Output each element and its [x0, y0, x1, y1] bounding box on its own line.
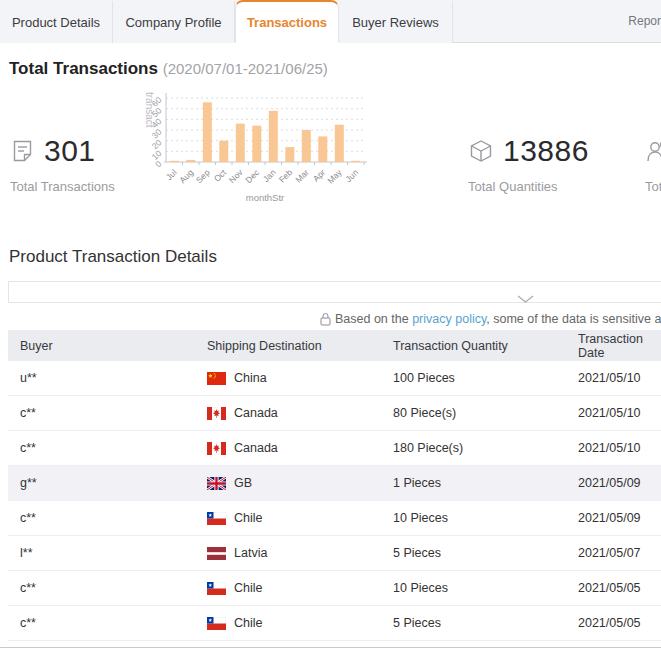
table-row: g**GB1 Pieces2021/05/09 — [8, 466, 661, 501]
svg-text:Feb: Feb — [277, 167, 295, 185]
summary-row: 301 Total Transactions transact010203040… — [0, 84, 661, 242]
heading-text: Total Transactions — [9, 59, 158, 78]
transactions-table: Buyer Shipping Destination Transaction Q… — [8, 330, 661, 641]
privacy-notice: Based on the privacy policy, some of the… — [320, 311, 661, 327]
total-transactions-value: 301 — [44, 134, 96, 168]
svg-text:Nov: Nov — [227, 167, 245, 185]
shipping-destination-cell: China — [195, 371, 381, 385]
flag-gb-icon — [207, 477, 226, 490]
buyer-cell: c** — [8, 406, 195, 420]
stat-total-quantities: 13886 Total Quantities — [468, 132, 589, 194]
table-header-row: Buyer Shipping Destination Transaction Q… — [8, 330, 661, 361]
buyer-cell: c** — [8, 441, 195, 455]
svg-text:Apr: Apr — [311, 167, 328, 184]
date-range: (2020/07/01-2021/06/25) — [163, 60, 328, 77]
table-row: c**Chile10 Pieces2021/05/05 — [8, 571, 661, 606]
svg-text:Dec: Dec — [243, 167, 261, 185]
tab-bar: Product Details Company Profile Transact… — [0, 0, 661, 43]
product-transaction-details-heading: Product Transaction Details — [9, 247, 217, 267]
svg-text:Jun: Jun — [343, 167, 360, 184]
total-quantities-value: 13886 — [503, 134, 589, 168]
shipping-destination-cell: Chile — [195, 511, 381, 525]
buyer-cell: g** — [8, 476, 195, 490]
report-link[interactable]: Repor — [628, 14, 661, 28]
shipping-destination-cell: Chile — [195, 616, 381, 630]
privacy-prefix: Based on the — [335, 312, 412, 326]
header-shipping-destination: Shipping Destination — [195, 339, 381, 353]
table-row: u**China100 Pieces2021/05/10 — [8, 361, 661, 396]
table-row: l**Latvia5 Pieces2021/05/07 — [8, 536, 661, 571]
svg-text:monthStr: monthStr — [246, 192, 285, 203]
svg-text:Jul: Jul — [164, 167, 179, 182]
shipping-destination-cell: GB — [195, 476, 381, 490]
transactions-page: Product Details Company Profile Transact… — [0, 0, 661, 661]
country-label: Canada — [234, 441, 278, 455]
privacy-text: Based on the privacy policy, some of the… — [335, 312, 661, 326]
country-label: Chile — [234, 581, 263, 595]
stat-total-buyers-clipped: Tot — [645, 132, 661, 194]
privacy-suffix: , some of the data is sensitive and c — [486, 312, 661, 326]
tab-label: Product Details — [12, 15, 100, 30]
flag-lv-icon — [207, 547, 226, 560]
transaction-date-cell: 2021/05/07 — [566, 546, 661, 560]
country-label: Canada — [234, 406, 278, 420]
country-label: GB — [234, 476, 252, 490]
buyer-cell: u** — [8, 371, 195, 385]
table-row: c**Canada80 Piece(s)2021/05/10 — [8, 396, 661, 431]
transaction-date-cell: 2021/05/09 — [566, 476, 661, 490]
tab-buyer-reviews[interactable]: Buyer Reviews — [339, 0, 453, 43]
tab-transactions[interactable]: Transactions — [235, 0, 339, 43]
total-quantities-label: Total Quantities — [468, 179, 589, 194]
shipping-destination-cell: Chile — [195, 581, 381, 595]
transaction-date-cell: 2021/05/10 — [566, 406, 661, 420]
transaction-date-cell: 2021/05/05 — [566, 581, 661, 595]
table-body: u**China100 Pieces2021/05/10c**Canada80 … — [8, 361, 661, 641]
svg-text:May: May — [325, 167, 344, 186]
transaction-date-cell: 2021/05/10 — [566, 441, 661, 455]
tab-product-details[interactable]: Product Details — [0, 0, 113, 43]
shipping-destination-cell: Canada — [195, 406, 381, 420]
buyer-cell: c** — [8, 616, 195, 630]
table-row: c**Canada180 Piece(s)2021/05/10 — [8, 431, 661, 466]
country-label: Chile — [234, 511, 263, 525]
buyer-cell: c** — [8, 511, 195, 525]
flag-ca-icon — [207, 407, 226, 420]
buyer-person-icon — [645, 138, 661, 164]
transaction-quantity-cell: 1 Pieces — [381, 476, 566, 490]
svg-text:Sep: Sep — [194, 167, 212, 185]
total-transactions-label: Total Transactions — [10, 179, 115, 194]
total-transactions-heading: Total Transactions (2020/07/01-2021/06/2… — [9, 59, 328, 79]
flag-ca-icon — [207, 442, 226, 455]
country-label: Chile — [234, 616, 263, 630]
filter-expander[interactable] — [8, 281, 661, 303]
table-row: c**Chile10 Pieces2021/05/09 — [8, 501, 661, 536]
document-icon — [10, 138, 35, 164]
flag-cl-icon — [207, 512, 226, 525]
transaction-quantity-cell: 100 Pieces — [381, 371, 566, 385]
tab-label: Buyer Reviews — [352, 15, 439, 30]
tab-company-profile[interactable]: Company Profile — [113, 0, 235, 43]
transaction-quantity-cell: 5 Pieces — [381, 616, 566, 630]
bottom-divider — [0, 647, 661, 648]
header-transaction-quantity: Transaction Quantity — [381, 339, 566, 353]
chevron-down-icon — [517, 289, 534, 307]
svg-text:Mar: Mar — [293, 167, 311, 185]
transaction-date-cell: 2021/05/10 — [566, 371, 661, 385]
shipping-destination-cell: Latvia — [195, 546, 381, 560]
transaction-quantity-cell: 10 Pieces — [381, 511, 566, 525]
country-label: Latvia — [234, 546, 267, 560]
transaction-date-cell: 2021/05/09 — [566, 511, 661, 525]
flag-cl-icon — [207, 582, 226, 595]
privacy-policy-link[interactable]: privacy policy — [412, 312, 486, 326]
transaction-quantity-cell: 80 Piece(s) — [381, 406, 566, 420]
transaction-quantity-cell: 5 Pieces — [381, 546, 566, 560]
tab-label: Company Profile — [125, 15, 221, 30]
stat-total-transactions: 301 Total Transactions — [10, 132, 115, 194]
transaction-quantity-cell: 10 Pieces — [381, 581, 566, 595]
header-buyer: Buyer — [8, 339, 195, 353]
svg-text:Oct: Oct — [212, 167, 229, 184]
lock-icon — [320, 312, 331, 329]
table-row: c**Chile5 Pieces2021/05/05 — [8, 606, 661, 641]
flag-cn-icon — [207, 372, 226, 385]
total-buyers-label: Tot — [645, 179, 661, 194]
